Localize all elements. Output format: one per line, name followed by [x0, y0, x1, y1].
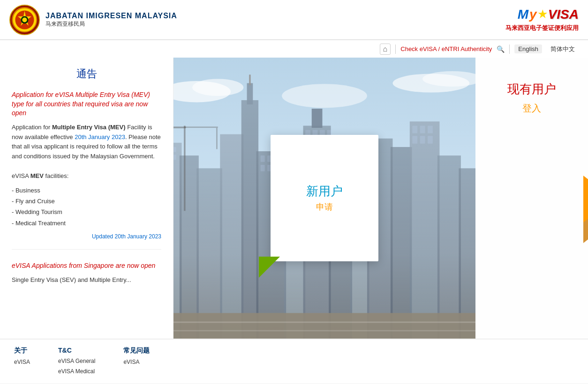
main-area: 通告 Application for eVISA Multiple Entry … [0, 58, 588, 339]
header-text: JABATAN IMIGRESEN MALAYSIA 马来西亚移民局 [45, 12, 177, 28]
home-button[interactable]: ⌂ [380, 44, 391, 55]
myvisa-logo: M y ★ VISA [518, 7, 579, 22]
svg-rect-27 [391, 147, 412, 339]
svg-rect-63 [184, 126, 218, 128]
new-user-card[interactable]: 新用户 申请 [271, 135, 378, 261]
lang-english[interactable]: English [514, 44, 542, 53]
svg-point-10 [282, 84, 367, 108]
logo-y: y [529, 7, 537, 22]
footer-col-faq: 常见问题 eVISA [123, 347, 150, 377]
svg-rect-28 [410, 121, 440, 339]
svg-rect-23 [312, 109, 323, 128]
svg-rect-59 [420, 136, 425, 143]
announcement-body-2: Single Entry Visa (SEV) and Multiple Ent… [12, 275, 161, 285]
logo-star: ★ [538, 8, 547, 21]
panel-title: 通告 [12, 67, 161, 81]
svg-rect-16 [220, 134, 243, 339]
new-user-subtitle: 申请 [316, 201, 333, 213]
svg-rect-55 [412, 126, 417, 133]
logo-m: M [518, 7, 528, 22]
existing-user-title: 现有用户 [485, 81, 579, 97]
org-logo [9, 5, 40, 35]
center-background: 新用户 申请 [173, 58, 475, 339]
svg-point-7 [192, 79, 243, 96]
announcement-item: Application for eVISA Multiple Entry Vis… [12, 90, 161, 250]
check-evisa-link[interactable]: Check eVISA / eNTRI Authenticity [400, 45, 492, 52]
lang-zh[interactable]: 简体中文 [547, 44, 579, 54]
announcement-title-2: eVISA Applications from Singapore are no… [12, 261, 161, 271]
footer-col-about: 关于 eVISA [14, 347, 30, 377]
svg-rect-61 [184, 126, 186, 211]
list-item: - Fly and Cruise [12, 196, 161, 207]
svg-rect-38 [173, 147, 176, 152]
logo-visa: VISA [548, 7, 579, 22]
new-user-title: 新用户 [306, 184, 343, 199]
svg-rect-34 [173, 322, 475, 323]
list-item: - Medical Treatment [12, 218, 161, 229]
svg-rect-42 [261, 155, 265, 162]
footer: 关于 eVISA T&C eVISA General eVISA Medical… [0, 339, 588, 384]
search-icon[interactable]: 🔍 [497, 45, 505, 53]
svg-rect-56 [420, 126, 425, 133]
svg-rect-45 [261, 165, 265, 171]
footer-col-about-heading: 关于 [14, 347, 30, 355]
left-panel: 通告 Application for eVISA Multiple Entry … [0, 58, 173, 339]
announcement-title-1: Application for eVISA Multiple Entry Vis… [12, 90, 161, 118]
footer-col-tc-heading: T&C [58, 347, 95, 354]
svg-point-4 [23, 17, 27, 22]
nav-separator [395, 44, 396, 54]
logo-inner [12, 7, 38, 33]
announcement-updated-1: Updated 20th January 2023 [12, 233, 161, 240]
orange-arrow [583, 176, 588, 222]
svg-rect-29 [437, 155, 461, 339]
header-left: JABATAN IMIGRESEN MALAYSIA 马来西亚移民局 [9, 5, 177, 35]
footer-link-evisa-faq[interactable]: eVISA [123, 357, 150, 368]
org-name: JABATAN IMIGRESEN MALAYSIA [45, 12, 177, 20]
footer-col-faq-heading: 常见问题 [123, 347, 150, 355]
footer-col-tc: T&C eVISA General eVISA Medical [58, 347, 95, 377]
app-subtitle: 马来西亚电子签证便利应用 [505, 24, 579, 32]
svg-rect-41 [173, 155, 176, 160]
list-item: - Wedding Tourism [12, 207, 161, 217]
svg-rect-60 [428, 136, 433, 143]
header: JABATAN IMIGRESEN MALAYSIA 马来西亚移民局 M y ★… [0, 0, 588, 40]
footer-link-evisa-about[interactable]: eVISA [14, 357, 30, 368]
svg-rect-64 [216, 128, 218, 149]
svg-rect-19 [249, 74, 251, 85]
list-item: - Business [12, 185, 161, 196]
svg-rect-57 [428, 126, 433, 133]
svg-rect-35 [173, 330, 475, 332]
date-link[interactable]: 20th January 2023 [75, 133, 125, 140]
svg-rect-18 [247, 83, 253, 104]
org-name-zh: 马来西亚移民局 [45, 20, 177, 28]
right-panel: 现有用户 登入 [475, 58, 588, 339]
footer-link-evisa-medical[interactable]: eVISA Medical [58, 367, 95, 377]
existing-user-login[interactable]: 登入 [485, 102, 579, 115]
footer-link-evisa-general[interactable]: eVISA General [58, 356, 95, 367]
svg-rect-58 [412, 136, 417, 143]
navbar: ⌂ Check eVISA / eNTRI Authenticity 🔍 Eng… [0, 40, 588, 58]
mev-list: - Business - Fly and Cruise - Wedding To… [12, 185, 161, 229]
announcement-item-2: eVISA Applications from Singapore are no… [12, 261, 161, 294]
svg-rect-17 [241, 100, 258, 339]
header-right: M y ★ VISA 马来西亚电子签证便利应用 [505, 7, 579, 32]
announcement-body-1: Application for Multiple Entry Visa (MEV… [12, 123, 161, 229]
nav-separator-2 [509, 44, 510, 54]
svg-rect-14 [180, 155, 199, 339]
green-triangle [259, 257, 280, 278]
svg-rect-33 [173, 313, 475, 339]
